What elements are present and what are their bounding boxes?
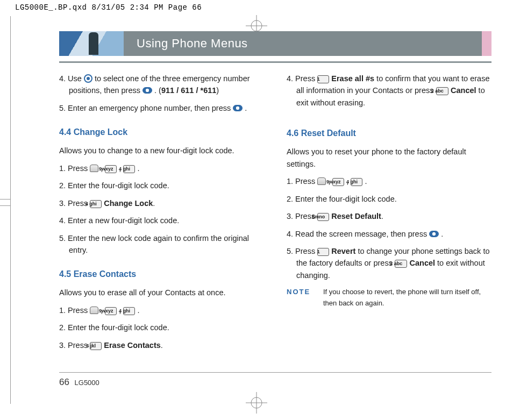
- heading-change-lock: 4.4 Change Lock: [59, 126, 264, 139]
- banner-image: [59, 31, 124, 56]
- step-text: 3. Press 5 jkl Erase Contacts.: [59, 339, 264, 351]
- text: .: [137, 164, 139, 173]
- text: 5. Enter an emergency phone number, then…: [59, 104, 233, 112]
- text: 1. Press: [59, 164, 90, 173]
- page-number: 66: [59, 377, 69, 387]
- step-text: 4. Read the screen message, then press .: [287, 228, 491, 240]
- text: .: [441, 230, 443, 238]
- text: 1. Press: [59, 306, 90, 315]
- heading-reset-default: 4.6 Reset Default: [287, 127, 491, 140]
- bold: Reset Default: [331, 212, 381, 220]
- paragraph: Allows you to change to a new four-digit…: [59, 145, 264, 156]
- content-columns: 4. Use to select one of the three emerge…: [59, 73, 491, 357]
- step-text: 4. Use to select one of the three emerge…: [59, 73, 264, 97]
- key-4: 4 ghi: [351, 178, 362, 186]
- step-text: 3. Press 6mno Reset Default.: [287, 210, 491, 222]
- divider: [59, 61, 491, 63]
- page-body: Using Phone Menus 4. Use to select one o…: [59, 31, 491, 388]
- key-2: 2 abc: [436, 87, 449, 95]
- text: 4. Use: [59, 74, 84, 83]
- bold: Change Lock: [104, 199, 153, 208]
- text: 4. Read the screen message, then press: [287, 230, 429, 238]
- key-9: 9wxyz: [105, 307, 117, 315]
- nav-key-icon: [84, 74, 92, 83]
- qxd-header: LG5000E_.BP.qxd 8/31/05 2:34 PM Page 66: [15, 3, 202, 12]
- step-text: 2. Enter the four-digit lock code.: [287, 193, 491, 205]
- key-4: 4 ghi: [123, 165, 135, 173]
- key-1: 1: [317, 75, 329, 83]
- note-block: NOTE If you choose to revert, the phone …: [287, 287, 491, 308]
- ok-key-icon: [142, 87, 152, 94]
- bold: Cancel: [409, 259, 435, 267]
- key-4: 4 ghi: [123, 307, 135, 315]
- step-text: 1. Press , 9wxyz , 4 ghi .: [59, 162, 264, 174]
- step-text: 5. Press 1 Revert to change your phone s…: [287, 245, 491, 281]
- left-column: 4. Use to select one of the three emerge…: [59, 73, 264, 357]
- heading-erase-contacts: 4.5 Erase Contacts: [59, 268, 264, 281]
- banner-accent: [482, 31, 491, 56]
- ok-key-icon: [233, 105, 243, 111]
- step-text: 4. Enter a new four-digit lock code.: [59, 215, 264, 226]
- bold: Revert: [331, 247, 355, 255]
- text: .: [365, 177, 367, 186]
- key-9: 9wxyz: [332, 178, 344, 186]
- step-text: 1. Press , 9wxyz , 4 ghi .: [287, 175, 491, 187]
- text: 1. Press: [287, 177, 317, 186]
- step-text: 5. Enter the new lock code again to conf…: [59, 232, 264, 257]
- text: .: [153, 199, 155, 208]
- text: .: [137, 306, 139, 315]
- text: 5. Press: [287, 247, 317, 255]
- text: .: [245, 104, 247, 112]
- ok-key-icon: [429, 231, 439, 237]
- softkey-icon: [90, 165, 98, 172]
- key-2: 2 abc: [395, 260, 408, 268]
- key-6: 6mno: [317, 213, 329, 221]
- bold: Erase all #s: [331, 74, 374, 83]
- section-banner: Using Phone Menus: [59, 31, 491, 56]
- text: . (: [154, 86, 161, 95]
- text: ): [216, 86, 219, 95]
- note-text: If you choose to revert, the phone will …: [323, 287, 491, 308]
- crop-mark-left: [0, 16, 11, 404]
- emergency-numbers: 911 / 611 / *611: [161, 86, 216, 95]
- text: 4. Press: [287, 74, 317, 83]
- crop-mark-bottom: [246, 392, 267, 414]
- text: 3. Press: [59, 341, 90, 350]
- note-label: NOTE: [287, 287, 315, 308]
- text: .: [161, 341, 163, 350]
- banner-title: Using Phone Menus: [124, 31, 482, 56]
- step-text: 5. Enter an emergency phone number, then…: [59, 102, 264, 114]
- paragraph: Allows you to erase all of your Contacts…: [59, 287, 264, 298]
- softkey-icon: [317, 177, 326, 185]
- step-text: 4. Press 1 Erase all #s to confirm that …: [287, 73, 491, 109]
- key-1: 1: [317, 248, 329, 256]
- right-column: 4. Press 1 Erase all #s to confirm that …: [287, 73, 491, 357]
- key-5: 5 jkl: [90, 342, 102, 350]
- page-footer: 66 LG5000: [59, 372, 491, 388]
- text: .: [381, 212, 383, 220]
- step-text: 3. Press 4 ghi Change Lock.: [59, 197, 264, 209]
- paragraph: Allows you to reset your phone to the fa…: [287, 146, 491, 170]
- step-text: 1. Press , 9wxyz , 4 ghi .: [59, 304, 264, 316]
- bold: Erase Contacts: [104, 341, 161, 350]
- model-label: LG5000: [75, 379, 99, 387]
- step-text: 2. Enter the four-digit lock code.: [59, 322, 264, 333]
- key-9: 9wxyz: [105, 165, 117, 173]
- key-4: 4 ghi: [90, 200, 102, 208]
- bold: Cancel: [451, 86, 476, 95]
- step-text: 2. Enter the four-digit lock code.: [59, 180, 264, 191]
- softkey-icon: [90, 307, 98, 314]
